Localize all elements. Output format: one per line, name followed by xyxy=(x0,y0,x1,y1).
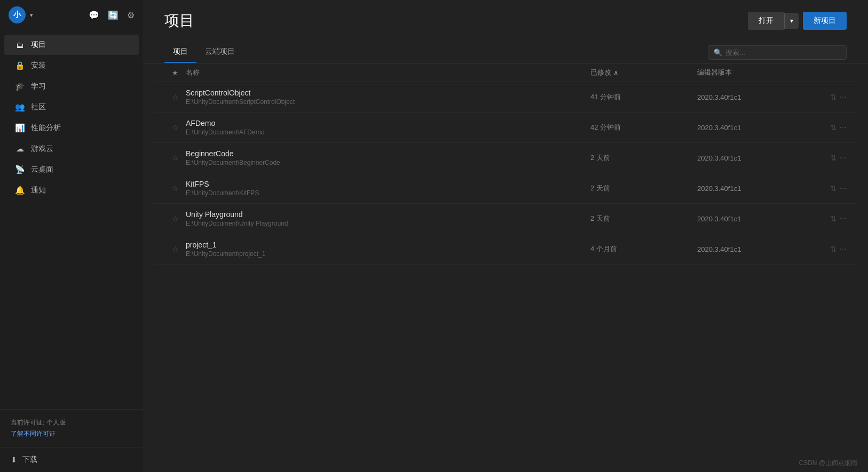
sidebar-label-community: 社区 xyxy=(31,102,46,112)
star-cell[interactable]: ☆ xyxy=(164,214,186,223)
sidebar-item-notify[interactable]: 🔔 通知 xyxy=(4,180,139,201)
project-info: AFDemo E:\UnityDocument\AFDemo xyxy=(186,119,590,136)
modified-cell: 4 个月前 xyxy=(590,244,697,254)
avatar[interactable]: 小 xyxy=(9,6,26,23)
sidebar-item-learn[interactable]: 🎓 学习 xyxy=(4,76,139,97)
new-project-button[interactable]: 新项目 xyxy=(803,12,847,30)
community-icon: 👥 xyxy=(15,102,25,112)
watermark: CSDN @山间点烟雨 xyxy=(143,454,868,472)
open-button[interactable]: 打开 xyxy=(748,12,784,30)
editor-cell: 2020.3.40f1c1 xyxy=(697,215,815,223)
sidebar-nav: 🗂 项目 🔒 安装 🎓 学习 👥 社区 📊 性能分析 ☁ 游戏云 📡 云桌面 � xyxy=(0,30,143,409)
sidebar-item-desktop[interactable]: 📡 云桌面 xyxy=(4,159,139,180)
star-cell[interactable]: ☆ xyxy=(164,184,186,193)
chevron-down-icon[interactable]: ▾ xyxy=(30,12,33,19)
update-icon[interactable]: 🔄 xyxy=(108,10,119,20)
chat-icon[interactable]: 💬 xyxy=(89,10,99,20)
more-options-icon[interactable]: ··· xyxy=(840,92,847,102)
version-sort-icon[interactable]: ⇅ xyxy=(830,93,837,101)
cloud-icon: ☁ xyxy=(15,144,25,154)
notify-icon: 🔔 xyxy=(15,186,25,195)
table-body: ☆ ScriptControlObject E:\UnityDocument\S… xyxy=(154,82,857,265)
learn-icon: 🎓 xyxy=(15,82,25,91)
more-options-icon[interactable]: ··· xyxy=(840,244,847,254)
table-header: ★ 名称 已修改 ∧ 编辑器版本 xyxy=(154,63,857,82)
table-row[interactable]: ☆ Unity Playground E:\UnityDocument\Unit… xyxy=(154,204,857,234)
tab-cloud-projects[interactable]: 云端项目 xyxy=(196,42,243,63)
sidebar-label-analytics: 性能分析 xyxy=(31,123,61,133)
project-name: project_1 xyxy=(186,241,590,249)
sidebar-item-cloud[interactable]: ☁ 游戏云 xyxy=(4,139,139,159)
sidebar-label-install: 安装 xyxy=(31,61,46,70)
star-cell[interactable]: ☆ xyxy=(164,154,186,162)
more-options-icon[interactable]: ··· xyxy=(840,183,847,193)
main-content: 项目 打开 ▾ 新项目 项目 云端项目 🔍 ★ 名称 已修改 ∧ 编辑器版本 xyxy=(143,0,868,472)
editor-cell: 2020.3.40f1c1 xyxy=(697,93,815,101)
more-options-icon[interactable]: ··· xyxy=(840,214,847,223)
col-header-name: 名称 xyxy=(186,68,590,77)
tabs-left: 项目 云端项目 xyxy=(164,42,243,63)
sidebar-label-learn: 学习 xyxy=(31,82,46,91)
table-row[interactable]: ☆ ScriptControlObject E:\UnityDocument\S… xyxy=(154,82,857,113)
modified-cell: 2 天前 xyxy=(590,183,697,193)
col-header-modified[interactable]: 已修改 ∧ xyxy=(590,68,697,77)
sidebar-item-install[interactable]: 🔒 安装 xyxy=(4,55,139,76)
table-row[interactable]: ☆ project_1 E:\UnityDocument\project_1 4… xyxy=(154,234,857,265)
header-icons: 💬 🔄 ⚙ xyxy=(89,10,135,20)
editor-cell: 2020.3.40f1c1 xyxy=(697,245,815,253)
table-row[interactable]: ☆ AFDemo E:\UnityDocument\AFDemo 42 分钟前 … xyxy=(154,113,857,143)
row-actions: ⇅ ··· xyxy=(815,244,847,254)
star-cell[interactable]: ☆ xyxy=(164,245,186,253)
analytics-icon: 📊 xyxy=(15,123,25,133)
project-info: KitFPS E:\UnityDocument\KitFPS xyxy=(186,180,590,197)
project-name: KitFPS xyxy=(186,180,590,188)
license-label: 当前许可证: 个人版 xyxy=(11,419,66,426)
main-header: 项目 打开 ▾ 新项目 xyxy=(143,0,868,42)
search-icon: 🔍 xyxy=(714,49,722,57)
table-row[interactable]: ☆ KitFPS E:\UnityDocument\KitFPS 2 天前 20… xyxy=(154,173,857,204)
star-cell[interactable]: ☆ xyxy=(164,93,186,101)
editor-cell: 2020.3.40f1c1 xyxy=(697,185,815,193)
version-sort-icon[interactable]: ⇅ xyxy=(830,214,837,223)
sidebar-label-cloud: 游戏云 xyxy=(31,144,53,154)
sidebar-item-projects[interactable]: 🗂 项目 xyxy=(4,35,139,55)
row-actions: ⇅ ··· xyxy=(815,214,847,223)
license-link[interactable]: 了解不同许可证 xyxy=(11,429,132,438)
col-header-star: ★ xyxy=(164,69,186,77)
version-sort-icon[interactable]: ⇅ xyxy=(830,245,837,253)
modified-cell: 2 天前 xyxy=(590,153,697,163)
version-sort-icon[interactable]: ⇅ xyxy=(830,154,837,162)
editor-cell: 2020.3.40f1c1 xyxy=(697,154,815,162)
project-info: project_1 E:\UnityDocument\project_1 xyxy=(186,241,590,258)
projects-icon: 🗂 xyxy=(15,41,25,50)
desktop-icon: 📡 xyxy=(15,165,25,174)
row-actions: ⇅ ··· xyxy=(815,183,847,193)
version-sort-icon[interactable]: ⇅ xyxy=(830,184,837,193)
search-box: 🔍 xyxy=(708,45,847,60)
star-cell[interactable]: ☆ xyxy=(164,123,186,132)
table-row[interactable]: ☆ BeginnerCode E:\UnityDocument\Beginner… xyxy=(154,143,857,173)
sidebar-label-desktop: 云桌面 xyxy=(31,165,53,174)
open-dropdown-button[interactable]: ▾ xyxy=(784,13,799,29)
project-path: E:\UnityDocument\ScriptControlObject xyxy=(186,98,590,106)
row-actions: ⇅ ··· xyxy=(815,153,847,163)
sort-arrow-icon: ∧ xyxy=(613,69,619,77)
more-options-icon[interactable]: ··· xyxy=(840,153,847,163)
sidebar: 小 ▾ 💬 🔄 ⚙ 🗂 项目 🔒 安装 🎓 学习 👥 社区 📊 性能分析 xyxy=(0,0,143,472)
settings-icon[interactable]: ⚙ xyxy=(127,10,135,20)
version-sort-icon[interactable]: ⇅ xyxy=(830,123,837,132)
search-input[interactable] xyxy=(725,49,841,57)
page-title: 项目 xyxy=(164,11,194,31)
row-actions: ⇅ ··· xyxy=(815,92,847,102)
header-actions: 打开 ▾ 新项目 xyxy=(748,12,847,30)
sidebar-item-community[interactable]: 👥 社区 xyxy=(4,97,139,117)
project-path: E:\UnityDocument\Unity Playground xyxy=(186,220,590,227)
sidebar-download[interactable]: ⬇ 下载 xyxy=(0,447,143,472)
tab-local-projects[interactable]: 项目 xyxy=(164,42,196,63)
project-name: AFDemo xyxy=(186,119,590,127)
more-options-icon[interactable]: ··· xyxy=(840,123,847,132)
sidebar-item-analytics[interactable]: 📊 性能分析 xyxy=(4,118,139,138)
row-actions: ⇅ ··· xyxy=(815,123,847,132)
project-info: ScriptControlObject E:\UnityDocument\Scr… xyxy=(186,89,590,106)
project-path: E:\UnityDocument\KitFPS xyxy=(186,189,590,197)
